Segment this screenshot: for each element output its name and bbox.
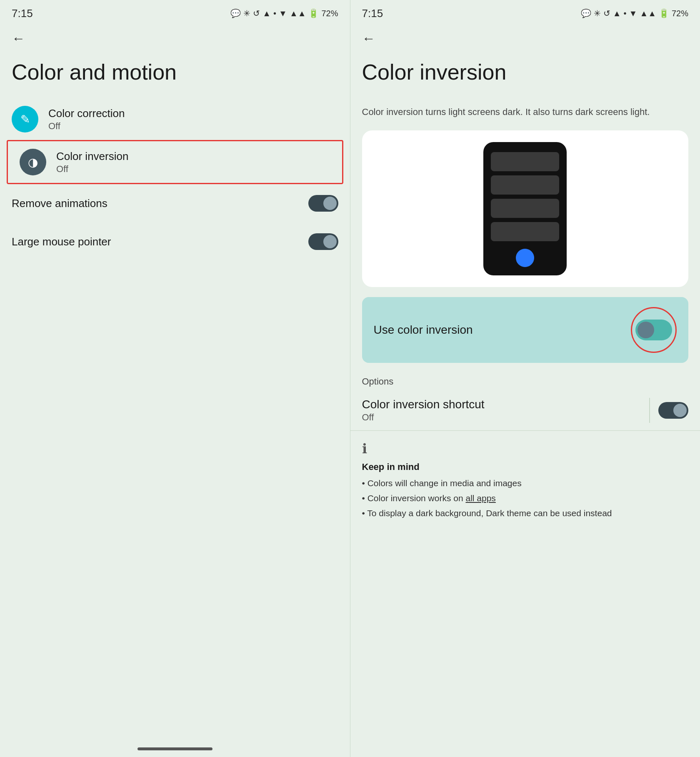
phone-bar-1 [491, 152, 559, 171]
color-correction-text: Color correction Off [48, 107, 338, 132]
color-inversion-text: Color inversion Off [56, 150, 330, 175]
color-inversion-shortcut-row: Color inversion shortcut Off [350, 390, 700, 431]
rotation-icon: ↺ [253, 8, 260, 18]
status-bar-left: 7:15 💬 ✳ ↺ ▲ • ▼ ▲▲ 🔋 72% [0, 0, 350, 23]
preview-card [362, 130, 689, 287]
color-correction-item[interactable]: ✎ Color correction Off [0, 98, 350, 140]
large-mouse-pointer-knob [323, 235, 337, 248]
phone-mockup [483, 142, 567, 275]
color-inversion-title: Color inversion [56, 150, 330, 163]
info-icon: ℹ [362, 441, 689, 457]
large-mouse-pointer-row: Large mouse pointer [0, 222, 350, 261]
left-panel: 7:15 💬 ✳ ↺ ▲ • ▼ ▲▲ 🔋 72% ← Color and mo… [0, 0, 350, 757]
back-arrow-left: ← [12, 31, 25, 46]
color-inversion-subtitle: Off [56, 164, 330, 175]
color-inversion-item[interactable]: ◑ Color inversion Off [8, 141, 342, 183]
use-color-inversion-toggle[interactable] [635, 320, 672, 340]
battery-percent-left: 72% [321, 9, 338, 18]
shortcut-toggle-knob [673, 404, 687, 417]
color-inversion-toggle-highlight [631, 307, 677, 353]
phone-bar-4 [491, 222, 559, 241]
keep-in-mind-item-2: • Color inversion works on all apps [362, 491, 689, 506]
color-correction-icon-bg: ✎ [12, 106, 38, 132]
rotation-icon-r: ↺ [603, 8, 610, 18]
page-title-left: Color and motion [0, 49, 350, 98]
remove-animations-knob [323, 197, 337, 210]
remove-animations-row: Remove animations [0, 184, 350, 222]
apps-icon-r: ✳ [594, 8, 601, 18]
color-inversion-icon-bg: ◑ [20, 149, 46, 175]
navigation-icon-r: ▲ [613, 9, 621, 18]
use-color-inversion-row: Use color inversion [362, 297, 689, 363]
remove-animations-label: Remove animations [12, 197, 108, 210]
shortcut-text: Color inversion shortcut Off [362, 398, 641, 423]
keep-in-mind-item-1: • Colors will change in media and images [362, 476, 689, 491]
large-mouse-pointer-label: Large mouse pointer [12, 235, 111, 248]
signal-icon: ▲▲ [290, 9, 306, 18]
keep-in-mind-items: • Colors will change in media and images… [362, 476, 689, 520]
battery-icon: 🔋 [308, 8, 319, 18]
color-correction-subtitle: Off [48, 121, 338, 132]
all-apps-link[interactable]: all apps [465, 493, 495, 503]
navigation-icon: ▲ [262, 9, 271, 18]
messenger-icon: 💬 [230, 8, 241, 18]
color-inversion-highlight-box: ◑ Color inversion Off [7, 140, 343, 184]
shortcut-subtitle: Off [362, 412, 641, 423]
battery-percent-right: 72% [672, 9, 688, 18]
apps-icon: ✳ [243, 8, 250, 18]
divider [649, 398, 650, 423]
large-mouse-pointer-toggle[interactable] [308, 233, 338, 250]
status-time-right: 7:15 [362, 7, 383, 20]
messenger-icon-r: 💬 [581, 8, 591, 18]
right-panel: 7:15 💬 ✳ ↺ ▲ • ▼ ▲▲ 🔋 72% ← Color invers… [350, 0, 700, 757]
back-button-left[interactable]: ← [0, 23, 350, 49]
phone-home-dot [516, 249, 534, 267]
status-icons-left: 💬 ✳ ↺ ▲ • ▼ ▲▲ 🔋 72% [230, 8, 338, 18]
dot-icon: • [273, 9, 276, 18]
pencil-icon: ✎ [20, 112, 30, 126]
remove-animations-toggle[interactable] [308, 195, 338, 212]
wifi-icon-r: ▼ [629, 9, 638, 18]
shortcut-title: Color inversion shortcut [362, 398, 641, 411]
inversion-icon: ◑ [28, 155, 38, 169]
battery-icon-r: 🔋 [659, 8, 669, 18]
use-color-inversion-label: Use color inversion [374, 323, 473, 337]
page-title-right: Color inversion [350, 49, 700, 98]
color-inversion-shortcut-toggle[interactable] [658, 402, 688, 419]
back-button-right[interactable]: ← [350, 23, 700, 49]
options-label: Options [350, 363, 700, 390]
wifi-icon: ▼ [279, 9, 287, 18]
phone-bar-3 [491, 199, 559, 218]
signal-icon-r: ▲▲ [640, 9, 656, 18]
dot-icon-r: • [624, 9, 627, 18]
status-icons-right: 💬 ✳ ↺ ▲ • ▼ ▲▲ 🔋 72% [581, 8, 688, 18]
status-bar-right: 7:15 💬 ✳ ↺ ▲ • ▼ ▲▲ 🔋 72% [350, 0, 700, 23]
status-time-left: 7:15 [12, 7, 33, 20]
phone-bar-2 [491, 175, 559, 195]
keep-in-mind-title: Keep in mind [362, 462, 689, 472]
use-color-inversion-knob [638, 322, 654, 338]
back-arrow-right: ← [362, 31, 375, 46]
bottom-bar-left [138, 747, 212, 750]
color-correction-title: Color correction [48, 107, 338, 120]
info-section: ℹ Keep in mind • Colors will change in m… [350, 431, 700, 520]
keep-in-mind-item-3: • To display a dark background, Dark the… [362, 506, 689, 521]
description-text: Color inversion turns light screens dark… [350, 98, 700, 130]
